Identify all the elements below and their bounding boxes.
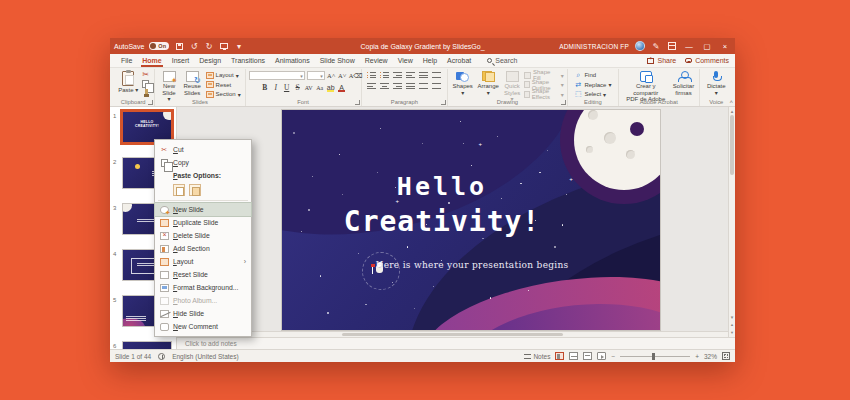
tab-transitions[interactable]: Transitions bbox=[226, 54, 270, 67]
reset-button[interactable]: Reset bbox=[205, 81, 242, 90]
paste-button[interactable]: Paste ▾ bbox=[116, 70, 140, 95]
search-box[interactable]: Search bbox=[487, 57, 517, 64]
font-dialog-launcher[interactable] bbox=[355, 100, 360, 105]
normal-view-button[interactable] bbox=[555, 352, 564, 360]
paragraph-dialog-launcher[interactable] bbox=[441, 100, 446, 105]
tab-slide-show[interactable]: Slide Show bbox=[315, 54, 360, 67]
copy-button[interactable] bbox=[142, 80, 149, 88]
justify-button[interactable] bbox=[406, 82, 415, 90]
menu-item-paste-options[interactable]: Paste Options: bbox=[155, 169, 251, 182]
comments-button[interactable]: Comments bbox=[685, 57, 729, 64]
align-left-button[interactable] bbox=[367, 82, 376, 90]
drawing-dialog-launcher[interactable] bbox=[561, 100, 566, 105]
scroll-down-button[interactable]: ▾ bbox=[729, 313, 735, 321]
autosave-toggle[interactable]: On bbox=[149, 42, 169, 50]
numbering-button[interactable] bbox=[380, 71, 389, 79]
slide-canvas[interactable]: +++ Hello Creativity! bbox=[282, 110, 660, 330]
slide-sorter-view-button[interactable] bbox=[569, 352, 578, 360]
menu-item-copy[interactable]: Copy bbox=[155, 156, 251, 169]
slide-title[interactable]: Hello Creativity! bbox=[322, 172, 562, 238]
change-case-button[interactable]: Aa bbox=[315, 85, 324, 91]
menu-item-reset-slide[interactable]: Reset Slide bbox=[155, 268, 251, 281]
select-button[interactable]: ⬚Select ▾ bbox=[573, 90, 607, 99]
redo-button[interactable]: ↻ bbox=[204, 41, 214, 51]
slideshow-button[interactable] bbox=[219, 41, 229, 51]
save-button[interactable] bbox=[174, 41, 184, 51]
dictate-button[interactable]: Dictate▾ bbox=[705, 70, 728, 97]
zoom-slider-thumb[interactable] bbox=[652, 353, 655, 360]
menu-item-format-background[interactable]: Format Background... bbox=[155, 281, 251, 294]
zoom-level[interactable]: 32% bbox=[704, 353, 717, 360]
strikethrough-button[interactable]: S bbox=[293, 83, 302, 92]
request-signatures-button[interactable]: Solicitarfirmas bbox=[672, 70, 696, 97]
tab-file[interactable]: File bbox=[116, 54, 137, 67]
paste-use-theme-button[interactable] bbox=[189, 184, 201, 196]
decrease-indent-button[interactable] bbox=[393, 71, 402, 79]
scrollbar-thumb[interactable] bbox=[730, 115, 734, 175]
line-spacing-button[interactable] bbox=[419, 71, 428, 79]
columns-button[interactable] bbox=[419, 82, 428, 90]
paste-keep-formatting-button[interactable] bbox=[173, 184, 185, 196]
slide-thumbnail-6[interactable] bbox=[122, 341, 172, 349]
scrollbar-thumb[interactable] bbox=[342, 333, 562, 336]
menu-item-duplicate-slide[interactable]: Duplicate Slide bbox=[155, 216, 251, 229]
collapse-ribbon-button[interactable]: ˄ bbox=[729, 99, 733, 105]
next-slide-button[interactable]: ▼ bbox=[729, 329, 735, 337]
notes-toggle-button[interactable]: Notes bbox=[524, 353, 550, 360]
tab-review[interactable]: Review bbox=[360, 54, 393, 67]
replace-button[interactable]: ⇄Replace ▾ bbox=[573, 81, 612, 90]
menu-item-cut[interactable]: ✂Cut bbox=[155, 143, 251, 156]
align-right-button[interactable] bbox=[393, 82, 402, 90]
tab-insert[interactable]: Insert bbox=[167, 54, 195, 67]
share-button[interactable]: Share bbox=[647, 57, 676, 64]
tab-help[interactable]: Help bbox=[418, 54, 442, 67]
smartart-button[interactable] bbox=[432, 82, 441, 90]
zoom-slider[interactable] bbox=[620, 356, 690, 357]
format-painter-button[interactable] bbox=[142, 89, 150, 97]
tab-animations[interactable]: Animations bbox=[270, 54, 315, 67]
shrink-font-button[interactable]: A˅ bbox=[338, 72, 347, 79]
bold-button[interactable]: B bbox=[260, 83, 269, 92]
language-indicator[interactable]: English (United States) bbox=[172, 353, 238, 360]
shapes-button[interactable]: Shapes ▾ bbox=[451, 70, 474, 97]
increase-indent-button[interactable] bbox=[406, 71, 415, 79]
cut-button[interactable]: ✂ bbox=[142, 71, 150, 79]
undo-button[interactable]: ↺ bbox=[189, 41, 199, 51]
menu-item-add-section[interactable]: Add Section bbox=[155, 242, 251, 255]
zoom-out-button[interactable]: − bbox=[611, 353, 615, 360]
reading-view-button[interactable] bbox=[583, 352, 592, 360]
slideshow-view-button[interactable] bbox=[597, 352, 606, 360]
text-direction-button[interactable] bbox=[432, 71, 441, 79]
italic-button[interactable]: I bbox=[271, 83, 280, 92]
menu-item-new-slide[interactable]: New Slide bbox=[155, 203, 251, 216]
fit-slide-button[interactable] bbox=[722, 352, 730, 360]
close-button[interactable]: × bbox=[719, 42, 731, 51]
shape-effects-button[interactable]: Shape Effects ▾ bbox=[524, 90, 564, 99]
menu-item-delete-slide[interactable]: Delete Slide bbox=[155, 229, 251, 242]
find-button[interactable]: ⌕Find bbox=[573, 71, 597, 80]
reuse-slides-button[interactable]: ReuseSlides bbox=[182, 70, 203, 97]
tab-view[interactable]: View bbox=[393, 54, 418, 67]
zoom-in-button[interactable]: + bbox=[695, 353, 699, 360]
notes-pane[interactable]: Click to add notes bbox=[177, 337, 735, 349]
layout-button[interactable]: Layout ▾ bbox=[205, 71, 242, 80]
clear-formatting-button[interactable]: A⌫ bbox=[349, 72, 358, 80]
tab-design[interactable]: Design bbox=[194, 54, 226, 67]
clipboard-dialog-launcher[interactable] bbox=[148, 100, 153, 105]
inking-button[interactable]: ✎ bbox=[651, 41, 661, 51]
avatar[interactable] bbox=[635, 41, 645, 51]
scroll-up-button[interactable]: ▴ bbox=[729, 107, 735, 115]
underline-button[interactable]: U bbox=[282, 83, 291, 92]
menu-item-new-comment[interactable]: New Comment bbox=[155, 320, 251, 333]
section-button[interactable]: Section ▾ bbox=[205, 90, 242, 99]
character-spacing-button[interactable]: AV bbox=[304, 85, 313, 91]
tab-acrobat[interactable]: Acrobat bbox=[442, 54, 476, 67]
accessibility-icon[interactable] bbox=[158, 353, 165, 360]
customize-qat-button[interactable]: ▾ bbox=[234, 41, 244, 51]
text-highlight-button[interactable]: ab bbox=[326, 84, 335, 91]
slide-subtitle[interactable]: Here is where your presentation begins bbox=[342, 260, 602, 270]
grow-font-button[interactable]: A˄ bbox=[327, 72, 336, 79]
slide-indicator[interactable]: Slide 1 of 44 bbox=[115, 353, 151, 360]
previous-slide-button[interactable]: ▲ bbox=[729, 321, 735, 329]
tab-home[interactable]: Home bbox=[137, 54, 166, 67]
